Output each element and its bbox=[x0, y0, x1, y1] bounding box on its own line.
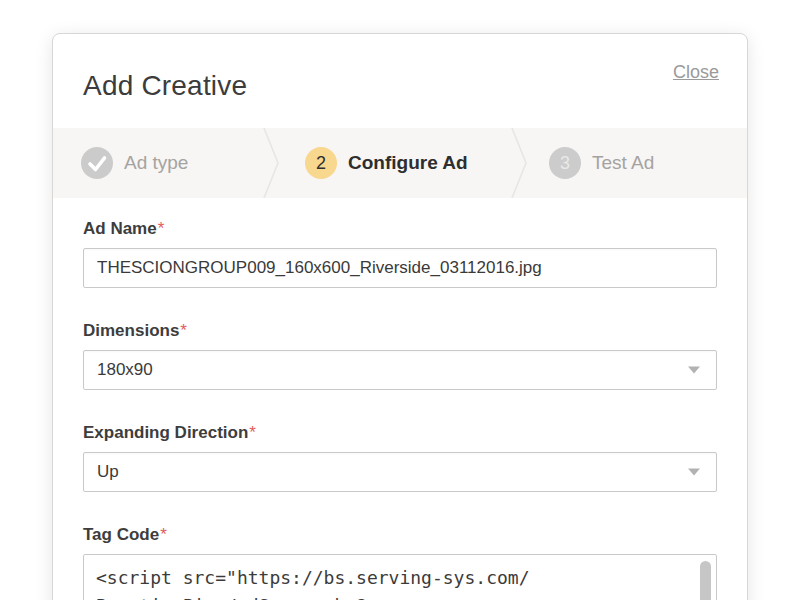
close-link[interactable]: Close bbox=[673, 62, 719, 83]
ad-name-label: Ad Name* bbox=[83, 219, 717, 239]
required-asterisk: * bbox=[158, 219, 165, 238]
dimensions-selected-value: 180x90 bbox=[97, 360, 153, 380]
modal-header: Add Creative Close bbox=[53, 34, 747, 128]
step-configure-ad[interactable]: 2 Configure Ad bbox=[281, 128, 509, 198]
expanding-direction-label: Expanding Direction* bbox=[83, 423, 717, 443]
step-number: 2 bbox=[316, 153, 326, 174]
check-icon bbox=[81, 147, 113, 179]
step-label-test-ad: Test Ad bbox=[592, 152, 654, 174]
expanding-direction-select[interactable]: Up bbox=[83, 452, 717, 492]
ad-name-field-group: Ad Name* bbox=[83, 219, 717, 288]
ad-name-input[interactable] bbox=[83, 248, 717, 288]
step-separator-chevron-icon bbox=[509, 128, 529, 198]
step-upcoming-circle: 3 bbox=[549, 147, 581, 179]
step-ad-type[interactable]: Ad type bbox=[53, 128, 261, 198]
dimensions-label: Dimensions* bbox=[83, 321, 717, 341]
tag-code-label: Tag Code* bbox=[83, 525, 717, 545]
step-active-circle: 2 bbox=[305, 147, 337, 179]
required-asterisk: * bbox=[160, 525, 167, 544]
add-creative-modal: Add Creative Close Ad type 2 Configure A… bbox=[52, 33, 748, 600]
required-asterisk: * bbox=[249, 423, 256, 442]
dimensions-label-text: Dimensions bbox=[83, 321, 179, 340]
expanding-direction-field-group: Expanding Direction* Up bbox=[83, 423, 717, 492]
configure-ad-form: Ad Name* Dimensions* 180x90 Expanding Di… bbox=[53, 219, 747, 600]
caret-down-icon bbox=[688, 367, 700, 374]
dimensions-field-group: Dimensions* 180x90 bbox=[83, 321, 717, 390]
dimensions-select[interactable]: 180x90 bbox=[83, 350, 717, 390]
step-completed-circle bbox=[81, 147, 113, 179]
tag-code-field-group: Tag Code* <script src="https://bs.servin… bbox=[83, 525, 717, 600]
page-title: Add Creative bbox=[83, 70, 247, 102]
expanding-direction-label-text: Expanding Direction bbox=[83, 423, 248, 442]
step-test-ad[interactable]: 3 Test Ad bbox=[529, 128, 747, 198]
required-asterisk: * bbox=[180, 321, 187, 340]
tag-code-label-text: Tag Code bbox=[83, 525, 159, 544]
caret-down-icon bbox=[688, 469, 700, 476]
step-label-configure-ad: Configure Ad bbox=[348, 152, 468, 174]
scrollbar-thumb[interactable] bbox=[700, 561, 711, 600]
step-wizard-bar: Ad type 2 Configure Ad 3 Test Ad bbox=[53, 128, 747, 198]
step-separator-chevron-icon bbox=[261, 128, 281, 198]
step-number: 3 bbox=[560, 153, 570, 174]
expanding-direction-selected-value: Up bbox=[97, 462, 119, 482]
ad-name-label-text: Ad Name bbox=[83, 219, 157, 238]
tag-code-textarea-wrap: <script src="https://bs.serving-sys.com/… bbox=[83, 554, 717, 600]
tag-code-textarea[interactable]: <script src="https://bs.serving-sys.com/… bbox=[83, 554, 717, 600]
step-label-ad-type: Ad type bbox=[124, 152, 188, 174]
